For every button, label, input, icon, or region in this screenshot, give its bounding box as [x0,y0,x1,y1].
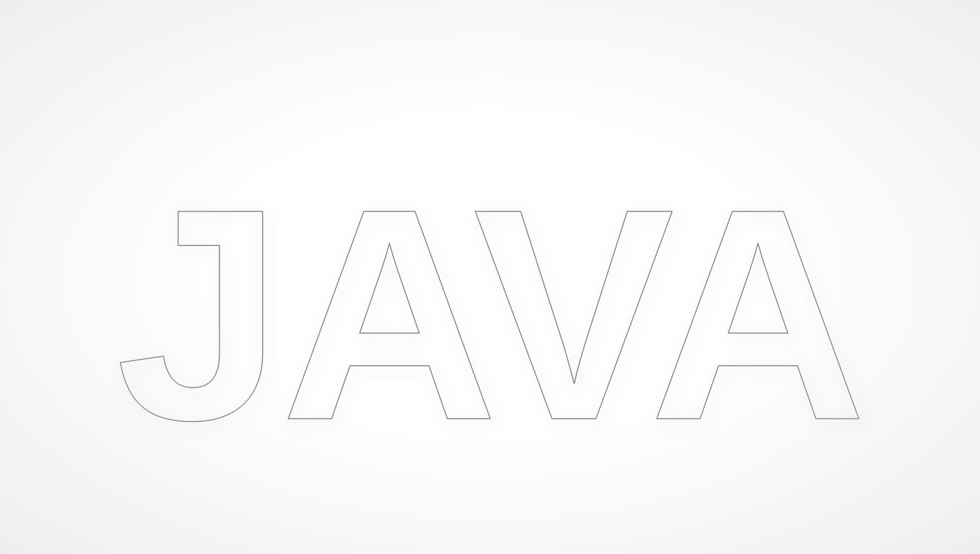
svg-text:JAVA: JAVA [116,146,864,483]
scene: JAVA void co tFile( final SyntaxNoo [0,0,980,554]
java-svg: JAVA void co tFile( final SyntaxNoo [0,0,980,554]
